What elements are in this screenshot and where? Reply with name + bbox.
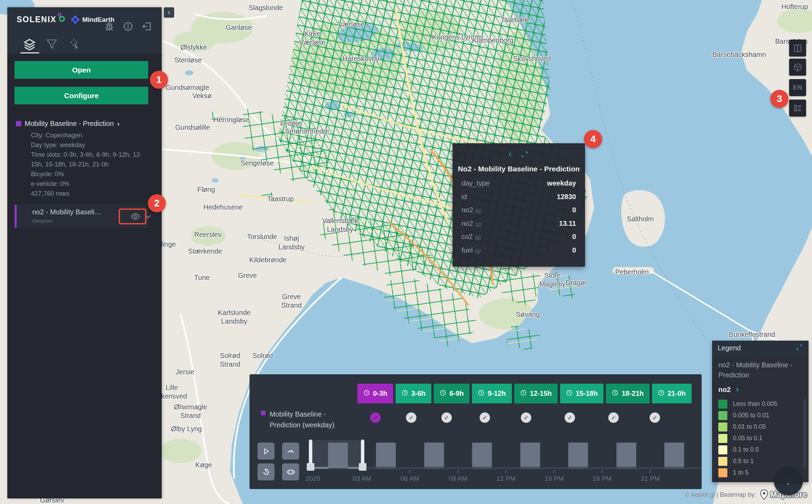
- slot-checkmark[interactable]: ✓: [608, 412, 619, 423]
- histogram-bar: [328, 443, 348, 467]
- legend-item-label: 1 to 5: [733, 469, 748, 476]
- map-place-label: Saltholm: [627, 215, 654, 223]
- back-icon[interactable]: ‹: [509, 150, 512, 160]
- histogram-bar-base: [568, 468, 588, 469]
- map-place-label: Veksø: [192, 92, 212, 100]
- open-button[interactable]: Open: [15, 61, 148, 79]
- split-map-button[interactable]: [789, 40, 806, 57]
- expand-icon[interactable]: [521, 150, 529, 160]
- map-place-label: Taarbæk: [501, 16, 528, 24]
- time-slot-label: 3-6h: [411, 390, 425, 398]
- map-place-label: Kirke Værløse: [299, 29, 325, 47]
- histogram-bar: [665, 443, 684, 467]
- configure-button[interactable]: Configure: [15, 87, 148, 104]
- time-slot-label: 6-9h: [449, 390, 464, 398]
- map-place-label: Solrød Strand: [220, 351, 240, 369]
- map-place-label: Karlslunde Landsby: [218, 308, 251, 326]
- histogram-bar: [568, 443, 588, 467]
- dataset-title-row[interactable]: Mobility Baseline - Prediction ›: [16, 120, 153, 128]
- tooltip-row-label: no2(g): [462, 220, 481, 228]
- map-pin-icon: [760, 489, 769, 500]
- map-place-label: Slagslunde: [249, 3, 283, 12]
- histogram-bar-base: [424, 468, 444, 469]
- language-button[interactable]: EN: [789, 79, 806, 96]
- time-slot-label: 18-21h: [621, 390, 643, 398]
- tooltip-row-value: 0: [572, 246, 576, 254]
- legend-toggle-button[interactable]: [789, 100, 806, 117]
- legend-color-swatch: [718, 434, 727, 443]
- map-place-label: Skovshoved: [513, 54, 551, 63]
- sidebar-collapse-button[interactable]: ‹: [164, 7, 174, 18]
- dataset-detail-line: 427,760 rows: [31, 189, 145, 198]
- slot-checkmark[interactable]: ✓: [370, 412, 381, 423]
- map-place-label: Stenløse: [175, 56, 202, 65]
- time-slot-button-9-12h[interactable]: 9-12h: [472, 384, 511, 403]
- time-slot-button-15-18h[interactable]: 15-18h: [560, 384, 603, 403]
- legend-item: 0.01 to 0.05: [718, 421, 802, 433]
- tooltip-row-label: co2(g): [462, 233, 481, 241]
- window-mode-button[interactable]: [282, 463, 299, 480]
- slot-checkmark[interactable]: ✓: [480, 412, 490, 423]
- map-place-label: Kildebrønde: [249, 256, 287, 264]
- time-slot-button-12-15h[interactable]: 12-15h: [514, 384, 558, 403]
- time-slot-button-6-9h[interactable]: 6-9h: [434, 384, 470, 403]
- time-panel-layer-row: Mobility Baseline - Prediction (weekday): [261, 409, 335, 430]
- timeline-handle-start[interactable]: [309, 439, 312, 466]
- timeline-tick-label: 03 AM: [353, 475, 371, 482]
- tooltip-rows: day_typeweekdayid12830no2(g)0no2(g)13.11…: [462, 179, 576, 259]
- slot-checkmark[interactable]: ✓: [650, 412, 660, 423]
- legend-scrollbar[interactable]: [804, 399, 806, 468]
- tab-interactions[interactable]: [66, 38, 84, 52]
- tab-filters[interactable]: [42, 38, 61, 52]
- map-place-label: Stærkende: [188, 247, 222, 256]
- slot-checkmark[interactable]: ✓: [441, 412, 452, 423]
- map-place-label: Store Magleby: [539, 271, 566, 289]
- tooltip-row: fuel(g)0: [462, 246, 576, 260]
- tooltip-row: day_typeweekday: [462, 179, 576, 193]
- legend-item-label: 0.5 to 1: [733, 458, 754, 465]
- time-slot-buttons: 0-3h3-6h6-9h9-12h12-15h15-18h18-21h21-0h: [357, 384, 692, 403]
- tooltip-row-unit: (g): [475, 234, 481, 240]
- timeline-handle-end-grip[interactable]: [359, 463, 366, 471]
- time-slot-button-0-3h[interactable]: 0-3h: [357, 384, 393, 403]
- clock-icon: [520, 390, 527, 398]
- legend-field-row[interactable]: no2 ›: [718, 385, 802, 394]
- histogram-bar: [521, 443, 540, 467]
- slot-checkmark[interactable]: ✓: [521, 412, 531, 423]
- expand-icon[interactable]: [795, 343, 803, 352]
- time-panel-layer-label: Mobility Baseline - Prediction (weekday): [270, 409, 335, 430]
- time-filter-panel: 0-3h3-6h6-9h9-12h12-15h15-18h18-21h21-0h…: [249, 374, 702, 489]
- slot-checkmark[interactable]: ✓: [565, 412, 575, 423]
- timeline-tick-label: 2025: [306, 475, 320, 482]
- time-slot-button-3-6h[interactable]: 3-6h: [396, 384, 431, 403]
- annotation-highlight-box: [119, 208, 146, 224]
- legend-item: 0.005 to 0.01: [718, 410, 802, 421]
- tooltip-row-value: 12830: [557, 193, 576, 201]
- time-slot-button-18-21h[interactable]: 18-21h: [606, 384, 649, 403]
- legend-header: Legend: [712, 341, 809, 355]
- layer-type: Geojson: [32, 218, 53, 224]
- info-icon[interactable]: [123, 21, 133, 33]
- chevron-right-icon[interactable]: ›: [117, 120, 120, 128]
- time-slot-button-21-0h[interactable]: 21-0h: [652, 384, 692, 403]
- slot-checkmark[interactable]: ✓: [406, 412, 416, 423]
- timeline-handle-end[interactable]: [361, 439, 364, 466]
- 3d-view-button[interactable]: [789, 59, 806, 76]
- legend-panel: Legend no2 - Mobility Baseline - Predict…: [712, 341, 809, 482]
- exit-icon[interactable]: [142, 21, 152, 33]
- map-place-label: Tune: [194, 273, 210, 282]
- timeline-handle-start-grip[interactable]: [307, 463, 314, 471]
- map-place-label: Barsebäckshamn: [712, 50, 766, 59]
- legend-item: 1 to 5: [718, 467, 802, 478]
- bug-icon[interactable]: [104, 21, 115, 33]
- tooltip-row-unit: (g): [475, 208, 481, 213]
- histogram-bar-base: [376, 468, 396, 469]
- map-place-label: Ølsemagle Strand: [174, 403, 207, 420]
- play-button[interactable]: [257, 443, 274, 460]
- map-place-label: Hareskovby: [342, 54, 379, 63]
- timeline-tick-label: 06 AM: [400, 475, 419, 482]
- speed-button[interactable]: [282, 443, 299, 460]
- legend-item: 0.5 to 1: [718, 455, 802, 467]
- tab-layers[interactable]: [20, 38, 39, 52]
- reset-button[interactable]: [257, 463, 274, 480]
